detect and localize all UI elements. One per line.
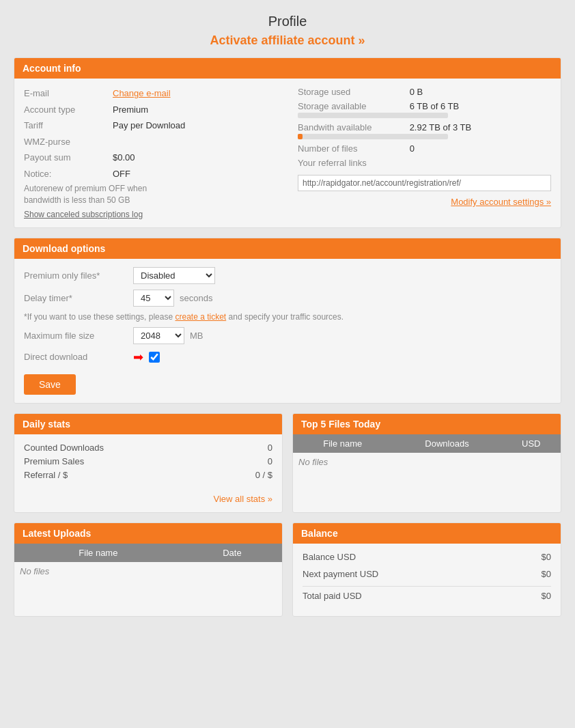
show-log-container: Show canceled subscriptions log xyxy=(24,209,277,219)
page-title: Profile xyxy=(14,7,561,33)
account-type-value: Premium xyxy=(113,103,148,117)
total-paid-row: Total paid USD $0 xyxy=(303,591,551,604)
premium-files-row: Premium only files* Disabled Enabled xyxy=(24,267,551,284)
daily-stats-header: Daily stats xyxy=(14,414,282,434)
premium-sales-label: Premium Sales xyxy=(24,456,268,466)
direct-download-label: Direct download xyxy=(24,352,133,362)
activate-affiliate-link[interactable]: Activate affiliate account » xyxy=(14,33,561,48)
autorenew-label: Autorenew of premium OFF when bandwidth … xyxy=(24,183,160,206)
payout-value: $0.00 xyxy=(113,151,135,165)
usd-col-header: USD xyxy=(501,434,561,453)
referral-row: Your referral links xyxy=(298,158,551,168)
referral-label: Your referral links xyxy=(298,158,407,168)
notice-row: Notice: OFF xyxy=(24,167,277,181)
email-row: E-mail Change e-mail xyxy=(24,87,277,100)
download-options-card: Download options Premium only files* Dis… xyxy=(14,238,561,404)
files-row: Number of files 0 xyxy=(298,143,551,154)
files-label: Number of files xyxy=(298,143,407,154)
wmz-row: WMZ-purse xyxy=(24,135,277,149)
account-info-grid: E-mail Change e-mail Account type Premiu… xyxy=(24,87,551,219)
no-files-row: No files xyxy=(293,453,561,471)
bandwidth-row: Bandwith available 2.92 TB of 3 TB xyxy=(298,122,551,139)
premium-files-select[interactable]: Disabled Enabled xyxy=(133,267,215,284)
max-file-size-label: Maximum file size xyxy=(24,331,133,341)
account-type-label: Account type xyxy=(24,103,113,117)
top-files-body: File name Downloads USD No files xyxy=(293,434,561,471)
storage-progress-bar xyxy=(298,113,448,118)
latest-uploads-header: Latest Uploads xyxy=(14,523,282,544)
upload-date-header: Date xyxy=(182,544,282,562)
dl-note-suffix: and specify your traffic sources. xyxy=(229,312,344,322)
stats-row: Daily stats Counted Downloads 0 Premium … xyxy=(14,413,561,522)
direct-download-row: Direct download ➡ xyxy=(24,350,551,365)
show-log-link[interactable]: Show canceled subscriptions log xyxy=(24,210,143,219)
tariff-value: Pay per Download xyxy=(113,119,185,132)
mb-label: MB xyxy=(190,331,204,341)
payout-row: Payout sum $0.00 xyxy=(24,151,277,165)
bandwidth-progress-fill xyxy=(298,134,303,139)
daily-stats-body: Counted Downloads 0 Premium Sales 0 Refe… xyxy=(14,434,282,512)
download-options-header: Download options xyxy=(14,238,561,259)
storage-available-label: Storage available xyxy=(298,101,407,111)
email-label: E-mail xyxy=(24,87,113,100)
no-files-cell: No files xyxy=(293,453,561,471)
total-paid-value: $0 xyxy=(542,591,551,601)
save-button[interactable]: Save xyxy=(24,374,76,395)
storage-available-row: Storage available 6 TB of 6 TB xyxy=(298,101,551,118)
uploads-table: File name Date No files xyxy=(14,544,282,580)
total-paid-label: Total paid USD xyxy=(303,591,542,601)
balance-header: Balance xyxy=(293,523,561,544)
latest-uploads-card: Latest Uploads File name Date No files xyxy=(14,522,283,617)
storage-used-label: Storage used xyxy=(298,87,407,97)
arrow-icon: ➡ xyxy=(133,350,143,365)
dl-note: *If you want to use these settings, plea… xyxy=(24,312,551,322)
direct-download-checkbox[interactable] xyxy=(149,352,160,363)
file-name-col-header: File name xyxy=(293,434,393,453)
bandwidth-label: Bandwith available xyxy=(298,122,407,132)
no-uploads-cell: No files xyxy=(14,562,282,580)
referral-input[interactable] xyxy=(298,175,551,191)
account-info-header: Account info xyxy=(14,58,561,79)
delay-timer-select[interactable]: 45 30 60 xyxy=(133,290,174,307)
next-payment-value: $0 xyxy=(542,569,551,579)
delay-timer-row: Delay timer* 45 30 60 seconds xyxy=(24,290,551,307)
premium-sales-value: 0 xyxy=(268,456,272,466)
modify-account-link[interactable]: Modify account settings » xyxy=(298,197,551,207)
download-options-body: Premium only files* Disabled Enabled Del… xyxy=(14,259,561,403)
account-info-card: Account info E-mail Change e-mail Accoun… xyxy=(14,57,561,228)
top-files-card: Top 5 Files Today File name Downloads US… xyxy=(292,413,561,513)
notice-label: Notice: xyxy=(24,167,113,181)
create-ticket-link[interactable]: create a ticket xyxy=(175,312,226,322)
payout-label: Payout sum xyxy=(24,151,113,165)
daily-stats-card: Daily stats Counted Downloads 0 Premium … xyxy=(14,413,283,513)
tariff-label: Tariff xyxy=(24,119,113,132)
change-email-link[interactable]: Change e-mail xyxy=(113,87,171,100)
storage-available-value: 6 TB of 6 TB xyxy=(410,101,460,111)
latest-uploads-body: File name Date No files xyxy=(14,544,282,580)
storage-used-row: Storage used 0 B xyxy=(298,87,551,97)
referral-stats-value: 0 / $ xyxy=(255,470,272,480)
autorenew-row: Autorenew of premium OFF when bandwidth … xyxy=(24,183,277,206)
view-all-stats-link[interactable]: View all stats » xyxy=(24,494,272,504)
account-type-row: Account type Premium xyxy=(24,103,277,117)
counted-downloads-label: Counted Downloads xyxy=(24,443,268,453)
balance-divider xyxy=(303,586,551,587)
max-file-size-select[interactable]: 2048 1024 512 xyxy=(133,327,184,344)
account-info-body: E-mail Change e-mail Account type Premiu… xyxy=(14,79,561,227)
balance-body: Balance USD $0 Next payment USD $0 Total… xyxy=(293,544,561,616)
dl-note-text: *If you want to use these settings, plea… xyxy=(24,312,173,322)
files-value: 0 xyxy=(410,143,415,154)
counted-downloads-value: 0 xyxy=(268,443,272,453)
referral-stats-label: Referral / $ xyxy=(24,470,255,480)
premium-files-label: Premium only files* xyxy=(24,270,133,281)
top-files-table: File name Downloads USD No files xyxy=(293,434,561,471)
storage-used-value: 0 B xyxy=(410,87,423,97)
next-payment-row: Next payment USD $0 xyxy=(303,569,551,582)
bandwidth-progress-bar xyxy=(298,134,448,139)
notice-value: OFF xyxy=(113,167,130,181)
delay-timer-label: Delay timer* xyxy=(24,293,133,303)
tariff-row: Tariff Pay per Download xyxy=(24,119,277,132)
next-payment-label: Next payment USD xyxy=(303,569,542,579)
account-left: E-mail Change e-mail Account type Premiu… xyxy=(24,87,277,219)
balance-card: Balance Balance USD $0 Next payment USD … xyxy=(292,522,561,617)
